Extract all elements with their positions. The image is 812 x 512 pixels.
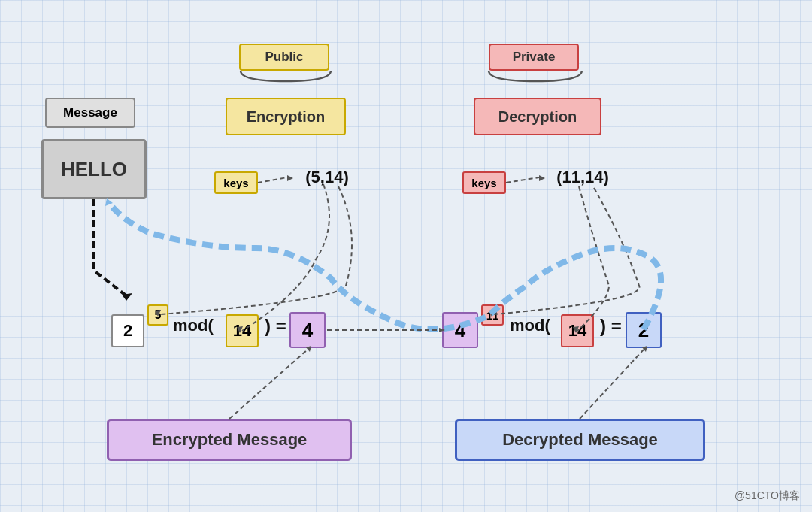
result-4-text: 4	[302, 319, 313, 342]
watermark: @51CTO博客	[735, 489, 800, 503]
num-14-yellow-text: 14	[233, 321, 251, 341]
mod-text-left: mod(	[173, 316, 214, 335]
equals-left-text: ) =	[265, 316, 286, 336]
result-4-purple: 4	[289, 312, 326, 348]
decrypted-message-text: Decrypted Message	[502, 430, 658, 450]
tuple-enc-text: (5,14)	[305, 168, 348, 187]
private-label: Private	[489, 44, 579, 71]
encrypted-message-label: Encrypted Message	[107, 419, 352, 461]
result-2-blue: 2	[626, 312, 662, 348]
tuple-dec: (11,14)	[541, 164, 624, 191]
num-14-red: 14	[561, 314, 594, 347]
svg-marker-9	[105, 198, 113, 206]
message-label: Message	[45, 98, 135, 128]
mod-left-text: mod(	[173, 316, 214, 335]
svg-line-0	[258, 177, 287, 183]
encrypted-message-text: Encrypted Message	[152, 430, 308, 450]
num-14-red-text: 14	[568, 321, 586, 341]
mod-text-right: mod(	[510, 316, 550, 335]
num-2-text: 2	[123, 321, 132, 341]
watermark-text: @51CTO博客	[735, 489, 800, 501]
decryption-text: Decryption	[498, 108, 577, 126]
result-2-text: 2	[638, 319, 649, 342]
num-4-right-text: 4	[455, 319, 465, 342]
public-label: Public	[239, 44, 329, 71]
svg-marker-8	[122, 293, 132, 301]
keys-red-text: keys	[471, 177, 496, 189]
num-14-yellow: 14	[226, 314, 259, 347]
diagram-container: Public Private Message HELLO Encryption …	[0, 0, 812, 512]
encryption-text: Encryption	[247, 108, 325, 126]
keys-red: keys	[462, 171, 506, 194]
num-2-box: 2	[111, 314, 144, 347]
tuple-enc: (5,14)	[289, 164, 365, 191]
svg-line-2	[506, 177, 539, 183]
tuple-dec-text: (11,14)	[556, 168, 609, 187]
sup-11-text: 11	[486, 309, 499, 322]
message-text: Message	[63, 105, 117, 120]
hello-box: HELLO	[41, 139, 147, 199]
equals-right: ) =	[600, 316, 622, 337]
mod-right-text: mod(	[510, 316, 550, 335]
decryption-label: Decryption	[474, 98, 601, 135]
keys-yellow: keys	[214, 171, 258, 194]
keys-yellow-text: keys	[223, 177, 248, 189]
public-text: Public	[265, 50, 303, 65]
decrypted-message-label: Decrypted Message	[455, 419, 705, 461]
encryption-label: Encryption	[226, 98, 346, 135]
sup-11-box: 11	[481, 304, 504, 326]
sup-5-text: 5	[155, 308, 162, 322]
hello-text: HELLO	[61, 158, 127, 181]
equals-left: ) =	[265, 316, 286, 337]
equals-right-text: ) =	[600, 316, 622, 336]
num-4-purple-right: 4	[442, 312, 478, 348]
sup-5-box: 5	[147, 304, 168, 326]
private-text: Private	[513, 50, 556, 65]
